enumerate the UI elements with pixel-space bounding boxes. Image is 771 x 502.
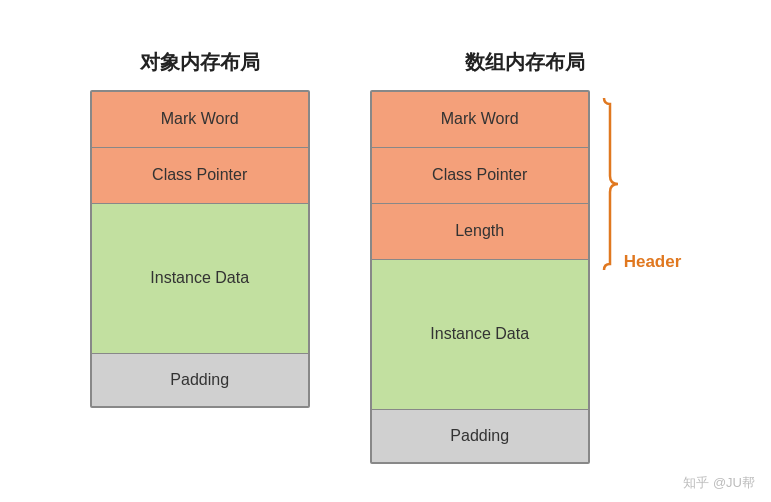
left-diagram: 对象内存布局 Mark Word Class Pointer Instance … [90, 49, 310, 408]
right-padding: Padding [372, 410, 588, 462]
right-length: Length [372, 204, 588, 260]
left-instance-data: Instance Data [92, 204, 308, 354]
left-mark-word: Mark Word [92, 92, 308, 148]
left-padding: Padding [92, 354, 308, 406]
right-title: 数组内存布局 [465, 49, 585, 76]
right-section: Mark Word Class Pointer Length Instance … [370, 90, 682, 464]
right-memory-box: Mark Word Class Pointer Length Instance … [370, 90, 590, 464]
header-label: Header [624, 252, 682, 272]
right-class-pointer: Class Pointer [372, 148, 588, 204]
right-diagram: 数组内存布局 Mark Word Class Pointer Length In… [370, 49, 682, 464]
left-memory-box: Mark Word Class Pointer Instance Data Pa… [90, 90, 310, 408]
right-mark-word: Mark Word [372, 92, 588, 148]
left-title: 对象内存布局 [140, 49, 260, 76]
main-container: 对象内存布局 Mark Word Class Pointer Instance … [0, 29, 771, 474]
header-brace-icon [598, 98, 622, 270]
right-instance-data: Instance Data [372, 260, 588, 410]
left-class-pointer: Class Pointer [92, 148, 308, 204]
header-brace-area: Header [598, 90, 682, 346]
watermark: 知乎 @JU帮 [683, 474, 755, 492]
